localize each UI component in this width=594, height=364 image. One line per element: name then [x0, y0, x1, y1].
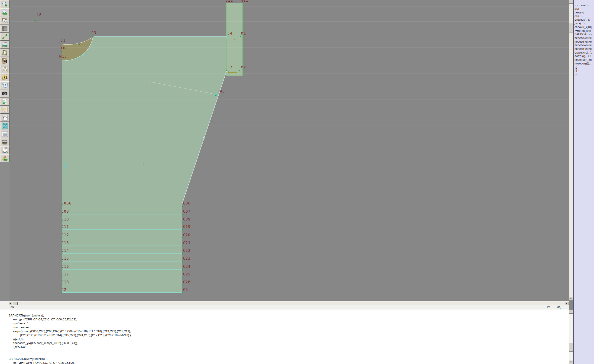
report-table-button[interactable]: [0, 98, 9, 106]
function-item[interactable]: сжать((),..1.1: [574, 54, 594, 58]
function-item[interactable]: лекало: [574, 11, 594, 15]
drawing-canvas[interactable]: сгиб Т0 С21 М21 С3 С1 Т01 М15 С4 М1 С7 М…: [10, 0, 569, 301]
pattern-m-icon: M: [2, 58, 8, 64]
label-m15: М15: [59, 55, 67, 59]
image-icon: [2, 42, 8, 48]
g-tool-button[interactable]: G: [0, 73, 9, 81]
label-c17: С17: [61, 273, 69, 276]
image-button[interactable]: [0, 41, 9, 49]
scroll-right-button[interactable]: ▶: [565, 302, 568, 305]
pattern-piece-icon: [2, 50, 8, 56]
portrait-photo-icon: [2, 107, 8, 113]
label-c21-top: С21: [226, 0, 233, 2]
label-c26: С26: [183, 281, 191, 284]
label-m2: М2: [241, 66, 246, 69]
script-text: ЗАПИСАТЬ(имя=(спинка), контур=(ГОРЛ_СП,С…: [0, 310, 569, 364]
function-item[interactable]: дуга(...);: [574, 22, 594, 26]
label-m1: М1: [241, 32, 246, 35]
grid-button[interactable]: [0, 25, 9, 33]
function-item[interactable]: пересечение: [574, 44, 594, 47]
vscroll-thumb[interactable]: [569, 23, 573, 33]
label-c11: С11: [61, 225, 69, 229]
label-c066: С066: [61, 202, 72, 205]
text-list-button[interactable]: [0, 130, 9, 138]
function-item[interactable]: :=метка(точк: [574, 29, 594, 33]
label-m21: М21: [241, 0, 249, 2]
function-item[interactable]: [ ]: [574, 69, 594, 73]
label-c14: С14: [61, 249, 69, 252]
books-button[interactable]: [0, 138, 9, 146]
g-tool-icon: G: [2, 74, 8, 80]
tab-rz[interactable]: Рз: [544, 305, 553, 309]
function-item[interactable]: ЗАПИСАТЬ(и: [574, 33, 594, 36]
measure-line-icon: [2, 34, 8, 40]
function-item[interactable]: т:=точка(т.х,: [574, 4, 594, 7]
measure-line-button[interactable]: [0, 33, 9, 40]
label-c24: С24: [183, 265, 191, 268]
threed-button[interactable]: 3D: [0, 122, 9, 130]
zoom-in-icon: [2, 1, 8, 7]
label-c21: С21: [183, 241, 191, 245]
label-c4: С4: [228, 32, 233, 35]
editor-scroll-up-button[interactable]: ▲: [569, 310, 573, 314]
pattern-piece-button[interactable]: [0, 49, 9, 57]
function-item[interactable]: рз_: [574, 73, 594, 77]
garment-sketch-button[interactable]: [0, 114, 9, 122]
tab-md[interactable]: Мд: [554, 305, 563, 309]
status-left-value: 155: [9, 305, 14, 309]
editor-vscrollbar: ▲ ▼: [569, 310, 573, 364]
scroll-down-button[interactable]: ▼: [569, 297, 573, 301]
function-item[interactable]: отл: [574, 7, 594, 11]
function-item[interactable]: отрезок( , );: [574, 18, 594, 22]
function-item-label: =: [574, 0, 576, 3]
function-item[interactable]: =: [574, 0, 594, 4]
pattern-m-button[interactable]: M: [0, 57, 9, 65]
olive-dot-2: [143, 164, 144, 165]
scroll-left-button[interactable]: ◀: [8, 302, 12, 305]
label-p2: П2: [61, 288, 67, 292]
zoom-out-button[interactable]: [0, 8, 9, 16]
drafting-tools-icon: [2, 66, 8, 72]
zoom-in-button[interactable]: [0, 0, 9, 8]
broom-exit-icon: [2, 155, 8, 161]
label-c7: С7: [228, 66, 233, 69]
preview-pan-button[interactable]: [0, 16, 9, 24]
label-c5: С5: [183, 288, 188, 292]
label-c08: С08: [61, 210, 69, 213]
portrait-photo-button[interactable]: [0, 106, 9, 114]
function-item[interactable]: перенос((),от: [574, 58, 594, 62]
editor-scroll-down-button[interactable]: ▼: [569, 360, 573, 364]
label-pa3: РА3: [217, 90, 225, 93]
fold-label: сгиб: [63, 162, 67, 173]
function-item[interactable]: пересечение: [574, 47, 594, 51]
text-list-icon: [2, 131, 8, 137]
svg-text:M: M: [3, 60, 7, 64]
function-item[interactable]: пересечение: [574, 36, 594, 40]
pattern-drawing: сгиб: [10, 0, 569, 301]
pattern-cad-app: { "toolbar": { "icons": [ {"name":"zoom-…: [0, 0, 594, 364]
function-item[interactable]: отложить(...);: [574, 51, 594, 55]
text-caret: [104, 334, 104, 337]
camera-icon: [2, 90, 8, 96]
label-c3: С3: [91, 31, 96, 35]
hscroll-thumb[interactable]: [13, 302, 18, 305]
broom-exit-button[interactable]: [0, 154, 9, 162]
blueprint-button[interactable]: 7 8: [0, 81, 9, 89]
alg-document-button[interactable]: ALG: [0, 146, 9, 154]
function-item[interactable]: поворот(())...: [574, 62, 594, 66]
scroll-up-button[interactable]: ▲: [569, 0, 573, 4]
camera-button[interactable]: [0, 89, 9, 97]
report-table-icon: [2, 99, 8, 105]
alg-document-icon: ALG: [2, 147, 8, 153]
status-band: ◀ ▶ 155 Рз Мд: [0, 301, 569, 310]
drafting-tools-button[interactable]: [0, 65, 9, 73]
function-list-panel: = т:=точка(т.х, отл лекало отл_В отрезок…: [573, 0, 594, 364]
label-c22: С22: [183, 249, 191, 252]
function-item[interactable]: сплайн_к[10]: [574, 26, 594, 29]
label-t01: Т01: [61, 46, 68, 50]
editor-vscroll-thumb[interactable]: [569, 342, 573, 352]
function-item[interactable]: { }: [574, 65, 594, 69]
function-item[interactable]: отл_В: [574, 15, 594, 18]
script-editor[interactable]: ЗАПИСАТЬ(имя=(спинка), контур=(ГОРЛ_СП,С…: [0, 310, 569, 364]
function-item[interactable]: пересечение: [574, 40, 594, 44]
